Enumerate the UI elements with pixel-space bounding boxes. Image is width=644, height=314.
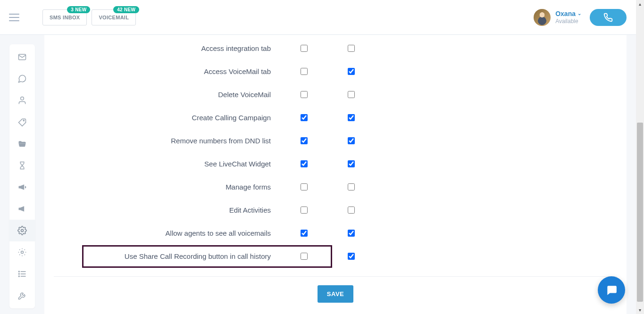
- sidebar-item-tag[interactable]: [9, 111, 35, 133]
- folder-icon: [17, 139, 27, 149]
- permission-label: Remove numbers from DND list: [54, 137, 280, 145]
- megaphone-icon: [17, 182, 27, 192]
- chat-bubble-icon: [605, 284, 618, 296]
- user-text: Oxana ⌄ Available: [555, 10, 581, 25]
- sidebar-item-hourglass[interactable]: [9, 155, 35, 176]
- chat-icon: [17, 74, 27, 83]
- voicemail-button[interactable]: VOICEMAIL 42 NEW: [92, 9, 136, 25]
- permission-checkbox-col2[interactable]: [348, 91, 355, 98]
- permission-label: Use Share Call Recording button in call …: [54, 252, 280, 260]
- sidebar-item-wrench[interactable]: [9, 285, 35, 306]
- sidebar-item-settings2[interactable]: [9, 241, 35, 263]
- hourglass-icon: [18, 161, 26, 170]
- permission-checkbox-col1[interactable]: [301, 137, 308, 144]
- top-bar: SMS INBOX 3 NEW VOICEMAIL 42 NEW Oxana ⌄…: [0, 0, 636, 35]
- user-name: Oxana: [555, 10, 576, 18]
- permission-label: Access integration tab: [54, 44, 280, 52]
- tag-icon: [17, 117, 27, 127]
- permission-row: Remove numbers from DND list: [44, 129, 627, 152]
- svg-point-2: [23, 120, 24, 121]
- svg-point-10: [19, 276, 20, 277]
- permission-row: Access VoiceMail tab: [44, 60, 627, 83]
- sidebar-item-list[interactable]: [9, 263, 35, 285]
- permission-row: Allow agents to see all voicemails: [44, 222, 627, 245]
- sidebar: [9, 44, 35, 308]
- phone-icon: [603, 13, 613, 22]
- sms-inbox-button[interactable]: SMS INBOX 3 NEW: [42, 9, 87, 25]
- sms-inbox-label: SMS INBOX: [50, 15, 80, 20]
- wrench-icon: [17, 291, 27, 300]
- voicemail-label: VOICEMAIL: [99, 15, 129, 20]
- permission-checkbox-col1[interactable]: [301, 45, 308, 52]
- permission-checkbox-col2[interactable]: [348, 45, 355, 52]
- permission-checkbox-col1[interactable]: [301, 183, 308, 190]
- permission-row: Manage forms: [44, 175, 627, 198]
- permission-label: Manage forms: [54, 183, 280, 191]
- permission-row: See LiveChat Widget: [44, 152, 627, 175]
- permission-row: Delete VoiceMail: [44, 83, 627, 106]
- mail-icon: [17, 52, 27, 62]
- permission-checkbox-col2[interactable]: [348, 183, 355, 190]
- sidebar-item-person[interactable]: [9, 90, 35, 111]
- call-button[interactable]: [590, 9, 627, 26]
- gear-icon: [17, 226, 27, 235]
- chat-fab[interactable]: [598, 276, 625, 304]
- svg-point-9: [19, 273, 20, 274]
- permission-checkbox-col1[interactable]: [301, 207, 308, 214]
- permission-checkbox-col2[interactable]: [348, 68, 355, 75]
- permission-row: Use Share Call Recording button in call …: [44, 245, 627, 268]
- permission-checkbox-col1[interactable]: [301, 68, 308, 75]
- top-buttons: SMS INBOX 3 NEW VOICEMAIL 42 NEW: [42, 9, 136, 25]
- gear2-icon: [17, 248, 27, 257]
- menu-toggle[interactable]: [5, 8, 24, 27]
- scroll-up-arrow[interactable]: ▴: [636, 0, 644, 8]
- scroll-down-arrow[interactable]: ▾: [636, 306, 644, 314]
- permission-checkbox-col2[interactable]: [348, 230, 355, 237]
- person-icon: [17, 96, 27, 105]
- user-name-row: Oxana ⌄: [555, 10, 581, 18]
- permission-label: Access VoiceMail tab: [54, 67, 280, 75]
- user-status: Available: [555, 18, 581, 25]
- permission-checkbox-col1[interactable]: [301, 91, 308, 98]
- permission-checkbox-col1[interactable]: [301, 230, 308, 237]
- permission-row: Access integration tab: [44, 37, 627, 60]
- top-right: Oxana ⌄ Available: [534, 9, 627, 26]
- voicemail-badge: 42 NEW: [113, 6, 139, 13]
- sidebar-item-settings[interactable]: [9, 220, 35, 241]
- scrollbar[interactable]: ▴ ▾: [636, 0, 644, 314]
- permission-checkbox-col2[interactable]: [348, 207, 355, 214]
- permission-checkbox-col2[interactable]: [348, 160, 355, 167]
- permission-checkbox-col2[interactable]: [348, 114, 355, 121]
- sidebar-item-chat[interactable]: [9, 68, 35, 90]
- sidebar-item-megaphone[interactable]: [9, 176, 35, 198]
- permission-checkbox-col1[interactable]: [301, 114, 308, 121]
- svg-point-4: [21, 251, 24, 254]
- save-button[interactable]: SAVE: [318, 285, 353, 303]
- list-icon: [17, 269, 27, 279]
- permission-label: Edit Activities: [54, 206, 280, 214]
- chevron-down-icon: ⌄: [577, 11, 581, 17]
- permission-checkbox-col1[interactable]: [301, 253, 308, 260]
- main-panel: Access integration tabAccess VoiceMail t…: [44, 35, 627, 314]
- divider: [54, 276, 617, 277]
- sms-inbox-badge: 3 NEW: [67, 6, 90, 13]
- user-menu[interactable]: Oxana ⌄ Available: [534, 9, 581, 26]
- scrollbar-thumb[interactable]: [637, 123, 643, 302]
- avatar: [534, 9, 551, 26]
- svg-point-8: [19, 271, 20, 272]
- permission-checkbox-col2[interactable]: [348, 253, 355, 260]
- sidebar-item-folder[interactable]: [9, 133, 35, 155]
- permissions-table: Access integration tabAccess VoiceMail t…: [44, 35, 627, 268]
- sidebar-item-mail[interactable]: [9, 46, 35, 68]
- permission-label: Delete VoiceMail: [54, 91, 280, 99]
- permission-row: Edit Activities: [44, 198, 627, 222]
- permission-label: Allow agents to see all voicemails: [54, 229, 280, 237]
- permission-checkbox-col2[interactable]: [348, 137, 355, 144]
- permission-label: Create Calling Campaign: [54, 114, 280, 122]
- permission-label: See LiveChat Widget: [54, 160, 280, 168]
- permission-row: Create Calling Campaign: [44, 106, 627, 129]
- permission-checkbox-col1[interactable]: [301, 160, 308, 167]
- svg-point-3: [21, 230, 24, 232]
- megaphone2-icon: [17, 204, 27, 214]
- sidebar-item-megaphone2[interactable]: [9, 198, 35, 220]
